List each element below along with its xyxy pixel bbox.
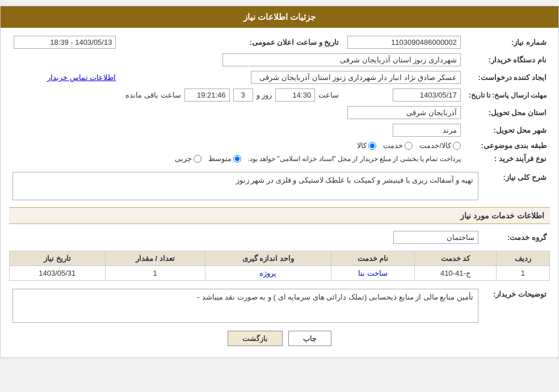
header-title: جزئیات اطلاعات نیاز [243,12,316,22]
shahr-label: شهر محل تحویل: [464,121,550,139]
mohlat-date: 1403/05/17 [393,88,461,102]
tarikh-label: تاریخ و ساعت اعلان عمومی: [119,33,342,51]
radio-khedmat-label: خدمت [383,141,403,150]
tabaqe-radio-group: کالا/خدمت خدمت کالا [12,141,461,150]
shomare-niaz-label: شماره نیاز: [464,33,550,51]
col-date: تاریخ نیاز [10,251,106,266]
print-button[interactable]: چاپ [288,331,331,346]
tozihat-label: توضیحات خریدار: [482,286,550,325]
nam-dastgah-value: شهرداری زنوز استان آذربایجان شرقی [222,53,461,66]
sharh-text: تهیه و آسفالت ریزی با فینیشر و کمیکت با … [236,176,473,184]
sharh-table: شرح کلی نیاز: تهیه و آسفالت ریزی با فینی… [9,170,550,203]
service-table-header-row: ردیف کد خدمت نام خدمت واحد اندازه گیری ت… [10,251,550,266]
row-ijad-konande: ایجاد کننده درخواست: عسکر صادق نژاد انبا… [9,69,550,86]
row-shahr: شهر محل تحویل: مرند [9,121,550,139]
radio-motavasset[interactable] [233,155,241,163]
col-count: تعداد / مقدار [105,251,205,266]
sharh-value: تهیه و آسفالت ریزی با فینیشر و کمیکت با … [12,172,478,200]
page-header: جزئیات اطلاعات نیاز [1,6,558,28]
saat-label: ساعت [318,91,339,99]
radio-kala-khedmat-label: کالا/خدمت [419,141,451,150]
radio-khedmat-item: خدمت [383,141,413,150]
cell-date: 1403/05/31 [10,266,106,281]
cell-code: ج-41-410 [415,266,496,281]
back-button[interactable]: بازگشت [228,331,283,346]
row-noe-farayand: نوع فرآیند خرید : پرداخت تمام یا بخشی از… [9,152,550,165]
tozihat-text: تأمین منابع مالی از منابع ذیحسابی (تملک … [197,293,473,301]
ijad-konande-value: عسکر صادق نژاد انبار دار شهرداری زنوز اس… [251,71,461,84]
rooz-label: روز و [257,91,272,99]
grouh-khadamat-value: ساختمان [393,231,478,244]
saat-mande-value: 19:21:46 [184,88,230,102]
saat-mande-label: ساعت باقی مانده [125,91,180,99]
tozihat-table: توضیحات خریدار: تأمین منابع مالی از مناب… [9,286,550,325]
col-unit: واحد اندازه گیری [205,251,331,266]
mohlat-label: مهلت ارسال پاسخ: تا تاریخ: [464,86,550,104]
row-mohlat: مهلت ارسال پاسخ: تا تاریخ: 1403/05/17 سا… [9,86,550,104]
tarikh-value: 1403/05/13 - 18:39 [14,36,116,49]
rooz-value: 3 [233,88,253,102]
content-area: شماره نیاز: 1103090486000002 تاریخ و ساع… [1,28,558,357]
radio-kala-label: کالا [357,141,367,150]
khadamat-section-title: اطلاعات خدمات مورد نیاز [9,207,550,224]
saat-value: 14:30 [275,88,315,102]
radio-kala-item: کالا [357,141,376,150]
cell-radif: 1 [496,266,549,281]
row-shomare-tarikh: شماره نیاز: 1103090486000002 تاریخ و ساع… [9,33,550,51]
bottom-buttons: چاپ بازگشت [9,325,550,352]
radio-motavasset-item: متوسط [208,154,241,163]
ostan-value: آذربایجان شرقی [347,106,461,119]
row-tozihat: توضیحات خریدار: تأمین منابع مالی از مناب… [9,286,550,325]
row-grouh-khadamat: گروه خدمت: ساختمان [9,229,550,246]
page-wrapper: جزئیات اطلاعات نیاز شماره نیاز: 11030904… [0,6,559,358]
table-row: 1 ج-41-410 ساخت بنا پروژه 1 1403/05/31 [10,266,550,281]
col-code: کد خدمت [415,251,496,266]
col-radif: ردیف [496,251,549,266]
ostan-label: استان محل تحویل: [464,104,550,121]
radio-kala-khedmat[interactable] [453,142,461,150]
service-table-body: 1 ج-41-410 ساخت بنا پروژه 1 1403/05/31 [10,266,550,281]
radio-khedmat[interactable] [405,142,413,150]
cell-name: ساخت بنا [331,266,415,281]
main-form-table: شماره نیاز: 1103090486000002 تاریخ و ساع… [9,33,550,165]
cell-count: 1 [105,266,205,281]
radio-motavasset-label: متوسط [208,154,232,163]
ijad-konande-label: ایجاد کننده درخواست: [464,69,550,86]
service-table-header: ردیف کد خدمت نام خدمت واحد اندازه گیری ت… [10,251,550,266]
row-ostan: استان محل تحویل: آذربایجان شرقی [9,104,550,121]
radio-jozii-item: جزیی [175,154,201,163]
radio-kala-khedmat-item: کالا/خدمت [419,141,461,150]
grouh-khadamat-label: گروه خدمت: [482,229,550,246]
noe-farayand-group: پرداخت تمام یا بخشی از مبلغ خریدار از مح… [12,154,461,163]
shomare-niaz-value: 1103090486000002 [347,36,461,49]
radio-jozii[interactable] [194,155,201,163]
tabaqe-label: طبقه بندی موضوعی: [464,139,550,152]
nam-dastgah-label: نام دستگاه خریدار: [464,51,550,69]
row-tabaqe: طبقه بندی موضوعی: کالا/خدمت خدمت [9,139,550,152]
etelaatTamas-link[interactable]: اطلاعات تماس خریدار [47,73,116,82]
sharh-label: شرح کلی نیاز: [482,170,550,203]
radio-jozii-label: جزیی [175,154,192,163]
noe-farayand-text: پرداخت تمام یا بخشی از مبلغ خریدار از مح… [248,155,461,163]
grouh-khadamat-table: گروه خدمت: ساختمان [9,229,550,246]
shahr-value: مرند [393,124,461,137]
tozihat-value: تأمین منابع مالی از منابع ذیحسابی (تملک … [12,289,478,323]
service-table: ردیف کد خدمت نام خدمت واحد اندازه گیری ت… [9,251,550,281]
noe-farayand-label: نوع فرآیند خرید : [464,152,550,165]
radio-kala[interactable] [368,142,376,150]
col-name: نام خدمت [331,251,415,266]
cell-unit: پروژه [205,266,331,281]
row-nam-dastgah: نام دستگاه خریدار: شهرداری زنوز استان آذ… [9,51,550,69]
row-sharh: شرح کلی نیاز: تهیه و آسفالت ریزی با فینی… [9,170,550,203]
